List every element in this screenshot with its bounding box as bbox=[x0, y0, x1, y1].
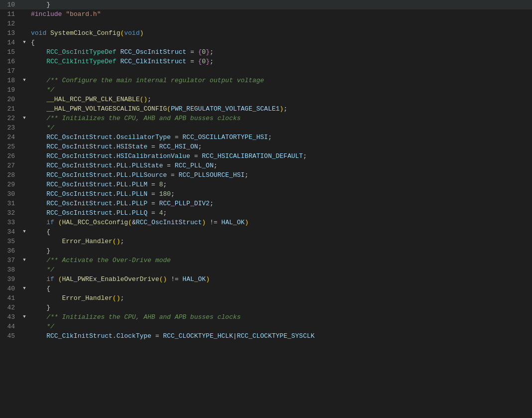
line-number: 11 bbox=[0, 9, 20, 19]
code-line: 28 RCC_OscInitStruct.PLL.PLLSource = RCC… bbox=[0, 170, 532, 180]
code-line: 41 Error_Handler(); bbox=[0, 293, 532, 303]
token-macro: RCC_CLOCKTYPE_HCLK bbox=[163, 332, 233, 340]
code-line: 26 RCC_OscInitStruct.HSICalibrationValue… bbox=[0, 151, 532, 161]
line-number: 28 bbox=[0, 170, 20, 180]
code-line: 10 } bbox=[0, 0, 532, 9]
code-content bbox=[29, 19, 532, 28]
code-line: 30 RCC_OscInitStruct.PLL.PLLN = 180; bbox=[0, 189, 532, 199]
code-content: __HAL_PWR_VOLTAGESCALING_CONFIG(PWR_REGU… bbox=[29, 104, 532, 114]
fold-gutter[interactable]: ▼ bbox=[20, 76, 29, 85]
fold-icon[interactable]: ▼ bbox=[23, 38, 25, 47]
token-member: .PLL.PLLM bbox=[113, 181, 147, 188]
token-op: != bbox=[167, 276, 182, 283]
token-comment: /** Initializes the CPU, AHB and APB bus… bbox=[46, 115, 241, 122]
token-plain bbox=[31, 219, 46, 226]
fold-icon[interactable]: ▼ bbox=[23, 256, 25, 265]
token-plain bbox=[31, 190, 46, 198]
code-content: RCC_OscInitStruct.HSIState = RCC_HSI_ON; bbox=[29, 142, 532, 151]
code-line: 34▼ { bbox=[0, 227, 532, 237]
fold-gutter bbox=[20, 180, 29, 189]
fold-gutter bbox=[20, 66, 29, 76]
token-plain bbox=[31, 48, 46, 56]
line-number: 17 bbox=[0, 66, 20, 76]
token-plain bbox=[31, 1, 46, 8]
code-content: } bbox=[29, 246, 532, 256]
token-plain bbox=[31, 162, 46, 169]
code-content: RCC_OscInitStruct.PLL.PLLM = 8; bbox=[29, 180, 532, 189]
line-number: 24 bbox=[0, 133, 20, 142]
fold-gutter bbox=[20, 293, 29, 303]
token-macro: RCC_OscInitStruct bbox=[46, 181, 113, 188]
token-member: .PLL.PLLQ bbox=[113, 209, 147, 217]
fold-gutter bbox=[20, 19, 29, 28]
line-number: 39 bbox=[0, 275, 20, 284]
token-plain: ; bbox=[163, 209, 167, 217]
code-content: { bbox=[29, 227, 532, 237]
token-member: .PLL.PLLSource bbox=[113, 171, 167, 179]
code-content: /** Activate the Over-Drive mode bbox=[29, 256, 532, 265]
token-paren: ( bbox=[128, 219, 132, 226]
token-plain: ; bbox=[303, 152, 307, 160]
fold-gutter[interactable]: ▼ bbox=[20, 256, 29, 265]
token-plain: } bbox=[46, 304, 50, 311]
fold-gutter[interactable]: ▼ bbox=[20, 312, 29, 322]
line-number: 41 bbox=[0, 293, 20, 303]
token-plain: ; bbox=[171, 190, 175, 198]
fold-icon[interactable]: ▼ bbox=[23, 284, 25, 293]
fold-icon[interactable]: ▼ bbox=[23, 227, 25, 237]
token-macro: RCC_PLLP_DIV2 bbox=[159, 200, 209, 207]
token-fn: Error_Handler bbox=[62, 238, 112, 245]
token-macro: HAL_OK bbox=[182, 276, 206, 283]
token-plain bbox=[31, 266, 46, 274]
code-line: 23 */ bbox=[0, 123, 532, 133]
line-number: 27 bbox=[0, 161, 20, 170]
line-number: 23 bbox=[0, 123, 20, 133]
token-macro: RCC_PLLSOURCE_HSI bbox=[178, 171, 245, 179]
line-number: 37 bbox=[0, 256, 20, 265]
code-content: { bbox=[29, 284, 532, 293]
fold-gutter[interactable]: ▼ bbox=[20, 227, 29, 237]
token-macro: RCC_CLOCKTYPE_SYSCLK bbox=[237, 332, 315, 340]
fold-gutter[interactable]: ▼ bbox=[20, 114, 29, 123]
fold-gutter[interactable]: ▼ bbox=[20, 284, 29, 293]
line-number: 10 bbox=[0, 0, 20, 9]
fold-icon[interactable]: ▼ bbox=[23, 76, 25, 85]
code-content: if (HAL_RCC_OscConfig(&RCC_OscInitStruct… bbox=[29, 218, 532, 227]
token-comment: */ bbox=[46, 124, 54, 132]
token-paren: ( bbox=[167, 105, 171, 113]
token-fn: Error_Handler bbox=[62, 294, 112, 302]
token-plain bbox=[31, 86, 46, 94]
code-content: if (HAL_PWREx_EnableOverDrive() != HAL_O… bbox=[29, 275, 532, 284]
code-line: 37▼ /** Activate the Over-Drive mode bbox=[0, 256, 532, 265]
fold-gutter[interactable]: ▼ bbox=[20, 38, 29, 47]
fold-icon[interactable]: ▼ bbox=[23, 114, 25, 123]
code-content: RCC_OscInitStruct.PLL.PLLN = 180; bbox=[29, 189, 532, 199]
token-paren: ( bbox=[113, 294, 117, 302]
token-macro: RCC_OscInitStruct bbox=[46, 171, 113, 179]
token-op: & bbox=[132, 219, 136, 226]
token-plain bbox=[31, 171, 46, 179]
token-macro: RCC_OscInitStruct bbox=[136, 219, 202, 226]
token-macro: RCC_OscInitStruct bbox=[46, 162, 113, 169]
token-plain: ; bbox=[210, 48, 214, 56]
token-plain: { bbox=[31, 39, 35, 46]
token-plain bbox=[31, 143, 46, 150]
code-line: 20 __HAL_RCC_PWR_CLK_ENABLE(); bbox=[0, 95, 532, 104]
token-plain bbox=[31, 238, 62, 245]
token-macro: PWR_REGULATOR_VOLTAGE_SCALE1 bbox=[171, 105, 279, 113]
code-line: 25 RCC_OscInitStruct.HSIState = RCC_HSI_… bbox=[0, 142, 532, 151]
token-plain bbox=[31, 115, 46, 122]
fold-gutter bbox=[20, 151, 29, 161]
token-plain: ; bbox=[198, 143, 202, 150]
fold-icon[interactable]: ▼ bbox=[23, 312, 25, 322]
token-kw: void bbox=[31, 29, 50, 37]
line-number: 16 bbox=[0, 57, 20, 66]
line-number: 26 bbox=[0, 151, 20, 161]
token-plain: ; bbox=[268, 134, 272, 141]
code-content: RCC_OscInitStruct.HSICalibrationValue = … bbox=[29, 151, 532, 161]
fold-gutter bbox=[20, 322, 29, 331]
token-fn: HAL_RCC_OscConfig bbox=[62, 219, 128, 226]
code-line: 12 bbox=[0, 19, 532, 28]
fold-gutter bbox=[20, 246, 29, 256]
token-eq: = bbox=[167, 171, 178, 179]
